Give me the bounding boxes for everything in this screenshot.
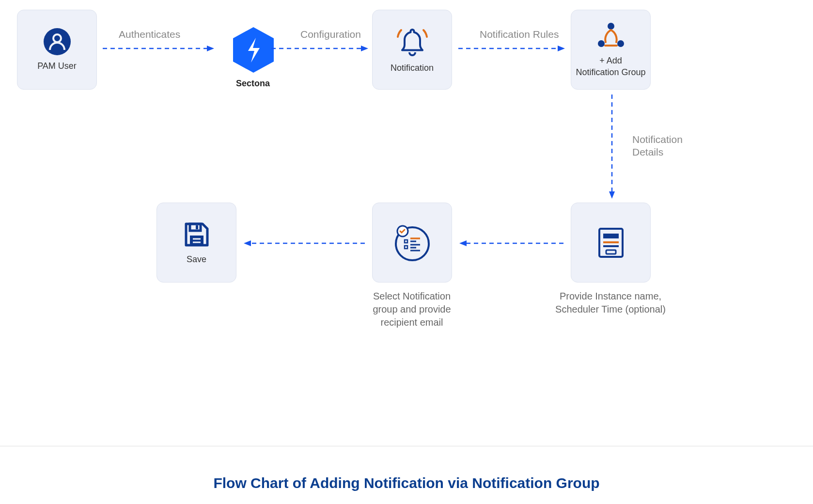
sectona-label: Sectona (236, 79, 270, 89)
svg-rect-13 (405, 240, 407, 243)
arrow-authenticates (103, 44, 214, 53)
edge-configuration-label: Configuration (300, 28, 361, 41)
footer-title: Flow Chart of Adding Notification via No… (0, 475, 813, 491)
add-notification-group-node: + Add Notification Group (571, 10, 651, 90)
svg-marker-28 (361, 46, 368, 51)
svg-rect-21 (196, 225, 198, 229)
svg-marker-32 (609, 191, 615, 199)
edge-notification-details-label: Notification Details (632, 133, 683, 159)
notification-node: Notification (372, 10, 452, 90)
svg-marker-36 (244, 240, 251, 246)
svg-point-3 (608, 23, 614, 30)
arrow-select-to-save (244, 238, 365, 248)
edge-authenticates-label: Authenticates (119, 28, 180, 41)
select-group-node (372, 203, 452, 283)
edge-notification-rules-label: Notification Rules (480, 28, 559, 41)
save-label: Save (187, 254, 206, 265)
provide-instance-node (571, 203, 651, 283)
save-node: Save (156, 203, 236, 283)
select-group-label: Select Notification group and provide re… (349, 290, 475, 329)
svg-rect-20 (190, 224, 201, 231)
svg-marker-34 (459, 240, 467, 246)
svg-rect-7 (603, 234, 619, 238)
group-share-icon (595, 21, 626, 50)
svg-rect-10 (606, 250, 616, 254)
user-icon (43, 28, 71, 56)
checklist-circle-icon (393, 223, 432, 262)
arrow-configuration (271, 44, 368, 53)
svg-marker-26 (207, 46, 214, 51)
save-icon (182, 220, 211, 249)
pam-user-node: PAM User (17, 10, 97, 90)
svg-point-5 (617, 40, 624, 47)
svg-rect-14 (405, 246, 407, 249)
svg-point-4 (598, 40, 605, 47)
svg-marker-30 (558, 46, 565, 51)
arrow-notification-rules (458, 44, 565, 53)
svg-rect-22 (190, 236, 203, 245)
arrow-notification-details (607, 94, 617, 199)
provide-instance-label: Provide Instance name, Scheduler Time (o… (547, 290, 673, 316)
arrow-instance-to-select (459, 238, 563, 248)
hexagon-bolt-icon (232, 26, 275, 74)
form-icon (596, 226, 625, 260)
pam-user-label: PAM User (37, 61, 77, 72)
notification-label: Notification (391, 63, 434, 74)
separator-line (0, 446, 813, 446)
bell-icon (395, 26, 429, 58)
add-group-label: + Add Notification Group (576, 55, 645, 78)
